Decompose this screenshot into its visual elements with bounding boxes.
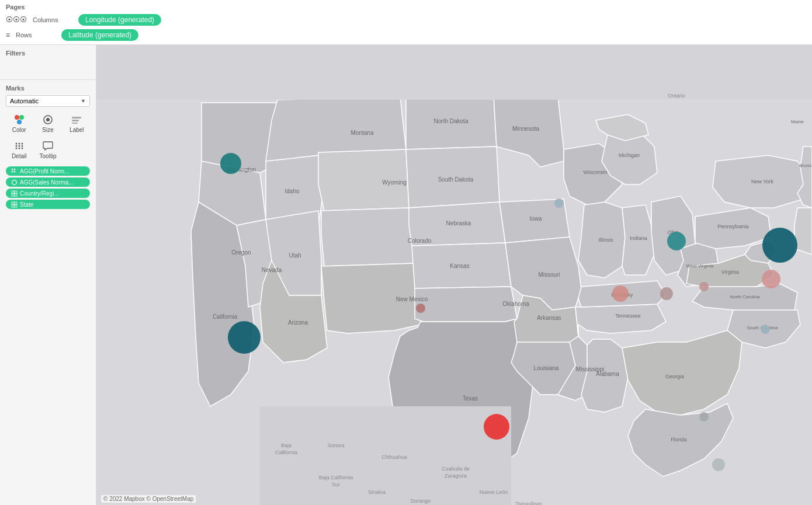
- svg-text:Arkansas: Arkansas: [537, 315, 561, 321]
- label-label: Label: [70, 127, 84, 133]
- svg-point-8: [15, 143, 17, 145]
- svg-point-9: [18, 143, 20, 145]
- svg-marker-47: [415, 287, 517, 322]
- svg-text:Texas: Texas: [463, 395, 478, 402]
- dot-minnesota[interactable]: [554, 198, 564, 208]
- color-icon: [13, 114, 25, 126]
- detail-icon: [13, 140, 25, 152]
- svg-text:Maine: Maine: [791, 119, 804, 124]
- svg-point-15: [18, 148, 20, 149]
- svg-point-2: [17, 120, 22, 124]
- svg-text:Wisconsin: Wisconsin: [583, 169, 607, 175]
- dot-ohio[interactable]: [699, 282, 709, 291]
- svg-rect-26: [12, 202, 14, 204]
- svg-point-10: [21, 143, 23, 145]
- svg-rect-29: [15, 205, 17, 207]
- marks-type-label: Automatic: [10, 97, 39, 105]
- dot-georgia[interactable]: [699, 412, 709, 422]
- svg-text:New Mexico: New Mexico: [396, 296, 428, 302]
- svg-text:Colorado: Colorado: [408, 238, 432, 244]
- svg-text:Indiana: Indiana: [630, 235, 647, 241]
- svg-point-12: [18, 145, 20, 147]
- dot-indiana[interactable]: [660, 287, 673, 300]
- sales-norm-field[interactable]: AGG(Sales Norma...: [6, 177, 90, 187]
- svg-text:Utah: Utah: [289, 252, 301, 259]
- svg-rect-7: [72, 123, 78, 124]
- dot-colorado[interactable]: [416, 304, 425, 313]
- detail-label: Detail: [12, 153, 27, 159]
- svg-text:Minnesota: Minnesota: [512, 126, 540, 132]
- svg-text:California: California: [275, 450, 297, 455]
- dot-florida[interactable]: [712, 458, 725, 471]
- svg-rect-5: [72, 117, 81, 119]
- svg-rect-23: [15, 191, 17, 193]
- svg-text:Baja California: Baja California: [319, 475, 353, 480]
- chevron-down-icon: ▼: [81, 98, 86, 104]
- table-icon-state: [11, 201, 18, 208]
- columns-icon: ⦿⦿⦿: [6, 16, 27, 24]
- country-region-field[interactable]: Country/Regi...: [6, 189, 90, 198]
- columns-row: ⦿⦿⦿ Columns Longitude (generated): [6, 14, 806, 26]
- dot-washington[interactable]: [220, 153, 241, 174]
- svg-point-13: [21, 145, 23, 147]
- dot-michigan[interactable]: [667, 232, 686, 250]
- svg-point-0: [15, 115, 19, 120]
- svg-text:Ontario: Ontario: [668, 93, 685, 99]
- rows-row: ≡ Rows Latitude (generated): [6, 29, 806, 41]
- size-label: Size: [42, 127, 53, 133]
- profit-norm-field[interactable]: AGG(Profit Norm...: [6, 166, 90, 176]
- dot-illinois[interactable]: [612, 285, 629, 302]
- svg-text:Pennsylvania: Pennsylvania: [717, 224, 749, 229]
- copyright-text: © 2022 Mapbox © OpenStreetMap: [101, 495, 196, 503]
- size-button[interactable]: Size: [34, 112, 61, 135]
- svg-rect-28: [12, 205, 14, 207]
- svg-marker-41: [321, 208, 415, 266]
- svg-text:Idaho: Idaho: [284, 188, 299, 194]
- svg-text:Georgia: Georgia: [665, 374, 684, 379]
- state-field[interactable]: State: [6, 200, 90, 209]
- svg-rect-22: [12, 191, 14, 193]
- sidebar: Filters Marks Automatic ▼ Color: [0, 45, 96, 505]
- color-label: Color: [12, 127, 26, 133]
- svg-text:Florida: Florida: [671, 437, 687, 443]
- svg-point-20: [13, 170, 15, 172]
- country-region-label: Country/Regi...: [20, 190, 59, 197]
- table-icon-country: [11, 190, 18, 197]
- dot-texas[interactable]: [484, 414, 509, 440]
- tooltip-button[interactable]: Tooltip: [34, 138, 61, 162]
- svg-text:Illinois: Illinois: [598, 237, 613, 243]
- svg-point-4: [46, 118, 50, 121]
- marks-section: Marks Automatic ▼ Color Size: [0, 80, 96, 505]
- svg-point-21: [12, 180, 16, 184]
- svg-text:Montana: Montana: [351, 130, 374, 136]
- svg-point-16: [21, 148, 23, 149]
- rows-pill[interactable]: Latitude (generated): [61, 29, 138, 41]
- ring-icon: [11, 179, 18, 186]
- svg-text:South Dakota: South Dakota: [438, 176, 474, 183]
- marks-type-dropdown[interactable]: Automatic ▼: [6, 95, 90, 107]
- columns-pill[interactable]: Longitude (generated): [78, 14, 161, 26]
- svg-text:Oregon: Oregon: [231, 249, 251, 256]
- top-bar: Pages ⦿⦿⦿ Columns Longitude (generated) …: [0, 0, 812, 45]
- color-button[interactable]: Color: [6, 112, 32, 135]
- svg-text:California: California: [213, 314, 238, 320]
- label-button[interactable]: Label: [64, 112, 90, 135]
- svg-text:Bruns.: Bruns.: [799, 163, 812, 168]
- svg-point-18: [13, 168, 15, 170]
- svg-text:Sonora: Sonora: [327, 443, 344, 448]
- svg-text:Kansas: Kansas: [450, 263, 469, 269]
- detail-button[interactable]: Detail: [6, 138, 32, 162]
- filters-label: Filters: [6, 50, 90, 57]
- dot-new-york[interactable]: [762, 228, 797, 263]
- columns-label: Columns: [33, 16, 74, 23]
- svg-text:North Carolina: North Carolina: [730, 294, 760, 299]
- state-label: State: [20, 201, 33, 208]
- svg-text:Nebraska: Nebraska: [446, 220, 471, 227]
- map-svg: Wa hington Oregon California Nevada Idah…: [96, 45, 812, 505]
- dot-california[interactable]: [228, 321, 261, 354]
- dot-virginia[interactable]: [761, 325, 770, 334]
- svg-point-19: [11, 170, 13, 172]
- svg-text:Coahuila de: Coahuila de: [442, 466, 470, 472]
- dot-pennsylvania[interactable]: [762, 270, 780, 288]
- svg-text:Iowa: Iowa: [529, 215, 542, 222]
